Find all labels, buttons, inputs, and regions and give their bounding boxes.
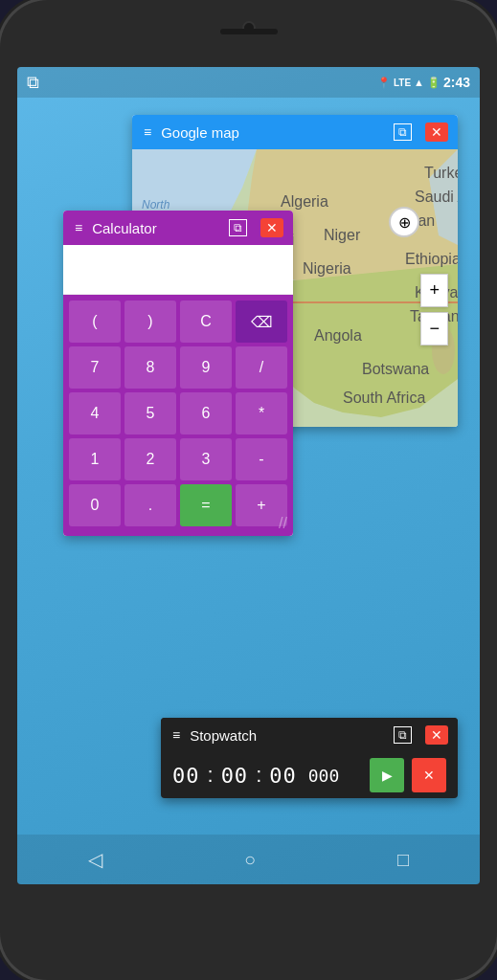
- calc-btn-8[interactable]: 8: [124, 346, 176, 389]
- top-left-icon: ⧉: [27, 73, 39, 93]
- lte-icon: LTE: [394, 78, 411, 88]
- battery-icon: 🔋: [427, 77, 441, 89]
- calc-btn-6[interactable]: 6: [180, 392, 232, 434]
- map-widget-title: Google map: [161, 124, 386, 141]
- calc-row-4: 1 2 3 -: [69, 438, 287, 480]
- svg-text:Algeria: Algeria: [281, 193, 328, 210]
- calc-menu-icon[interactable]: ≡: [73, 218, 84, 237]
- calc-resize-handle: //: [279, 515, 287, 532]
- stopwatch-stop-button[interactable]: ✕: [412, 758, 446, 792]
- stopwatch-widget: ≡ Stopwatch ⧉ ✕ 00 : 00 : 00 000 ▶ ✕: [161, 718, 458, 798]
- calc-minimize-button[interactable]: ⧉: [229, 219, 247, 236]
- svg-text:South Africa: South Africa: [343, 390, 425, 406]
- calc-btn-backspace[interactable]: ⌫: [236, 301, 287, 343]
- nav-recents-button[interactable]: □: [397, 849, 409, 871]
- calc-widget-title: Calculator: [92, 220, 221, 236]
- calc-widget-header: ≡ Calculator ⧉ ✕: [63, 211, 293, 245]
- svg-text:Nigeria: Nigeria: [303, 260, 351, 277]
- status-bar: ⧉ 📍 LTE ▲ 🔋 2:43: [17, 67, 480, 98]
- map-minimize-button[interactable]: ⧉: [394, 123, 412, 141]
- calc-btn-dot[interactable]: .: [124, 484, 176, 526]
- stopwatch-hours: 00: [172, 764, 200, 788]
- screen-navigation: ◁ ○ □: [17, 835, 480, 884]
- calc-row-5: 0 . = +: [69, 484, 287, 526]
- nav-back-button[interactable]: ◁: [88, 848, 102, 871]
- map-zoom-out-button[interactable]: −: [420, 312, 448, 345]
- signal-icon: ▲: [414, 77, 424, 88]
- calc-btn-equals[interactable]: =: [180, 484, 232, 526]
- map-location-button[interactable]: ⊕: [389, 207, 419, 237]
- map-widget-header: ≡ Google map ⧉ ✕: [132, 115, 458, 149]
- svg-text:Saudi Arab: Saudi Arab: [415, 189, 458, 205]
- calc-btn-9[interactable]: 9: [180, 346, 232, 389]
- calc-btn-2[interactable]: 2: [124, 438, 176, 480]
- calc-btn-7[interactable]: 7: [69, 346, 121, 389]
- calc-row-2: 7 8 9 /: [69, 346, 287, 389]
- calc-btn-subtract[interactable]: -: [236, 438, 287, 480]
- calc-btn-open-paren[interactable]: (: [69, 301, 121, 343]
- svg-text:Angola: Angola: [314, 327, 362, 344]
- calc-btn-5[interactable]: 5: [124, 392, 176, 434]
- stopwatch-minutes: 00: [221, 764, 249, 788]
- calc-close-button[interactable]: ✕: [260, 218, 283, 237]
- stopwatch-widget-header: ≡ Stopwatch ⧉ ✕: [161, 718, 458, 752]
- stopwatch-close-button[interactable]: ✕: [425, 725, 448, 745]
- calculator-widget: ≡ Calculator ⧉ ✕ ( ) C ⌫ 7 8: [63, 211, 293, 536]
- phone-frame: ⧉ 📍 LTE ▲ 🔋 2:43 ≡ Google map ⧉ ✕: [0, 0, 497, 980]
- calc-btn-1[interactable]: 1: [69, 438, 121, 480]
- svg-text:Niger: Niger: [324, 227, 361, 243]
- calc-btn-divide[interactable]: /: [236, 346, 287, 389]
- calc-row-3: 4 5 6 *: [69, 392, 287, 434]
- location-icon: 📍: [377, 77, 391, 89]
- map-close-button[interactable]: ✕: [425, 122, 448, 142]
- calc-btn-3[interactable]: 3: [180, 438, 232, 480]
- phone-speaker: [220, 29, 278, 34]
- svg-text:Turkey: Turkey: [424, 165, 458, 181]
- stopwatch-widget-title: Stopwatch: [190, 727, 386, 744]
- svg-text:Botswana: Botswana: [362, 361, 429, 377]
- calc-buttons: ( ) C ⌫ 7 8 9 / 4 5 6 *: [63, 295, 293, 536]
- stopwatch-menu-icon[interactable]: ≡: [170, 725, 182, 745]
- svg-text:Ethiopia: Ethiopia: [405, 251, 458, 267]
- stopwatch-play-button[interactable]: ▶: [370, 758, 404, 792]
- status-icons: 📍 LTE ▲ 🔋 2:43: [377, 75, 470, 90]
- calc-btn-clear[interactable]: C: [180, 301, 232, 343]
- phone-screen: ⧉ 📍 LTE ▲ 🔋 2:43 ≡ Google map ⧉ ✕: [17, 67, 480, 884]
- nav-home-button[interactable]: ○: [244, 849, 256, 871]
- calc-btn-4[interactable]: 4: [69, 392, 121, 434]
- map-zoom-in-button[interactable]: +: [420, 274, 448, 307]
- stopwatch-milliseconds: 000: [308, 766, 340, 786]
- calc-btn-multiply[interactable]: *: [236, 392, 287, 434]
- calc-btn-0[interactable]: 0: [69, 484, 121, 526]
- calc-btn-close-paren[interactable]: ): [124, 301, 176, 343]
- stopwatch-sep2: :: [256, 763, 261, 788]
- map-menu-icon[interactable]: ≡: [142, 122, 153, 142]
- calc-row-1: ( ) C ⌫: [69, 301, 287, 343]
- calc-display: [63, 245, 293, 295]
- clock: 2:43: [443, 75, 470, 90]
- stopwatch-minimize-button[interactable]: ⧉: [394, 726, 412, 744]
- stopwatch-sep1: :: [208, 763, 214, 788]
- stopwatch-display-row: 00 : 00 : 00 000 ▶ ✕: [161, 752, 458, 798]
- stopwatch-seconds: 00: [269, 764, 297, 788]
